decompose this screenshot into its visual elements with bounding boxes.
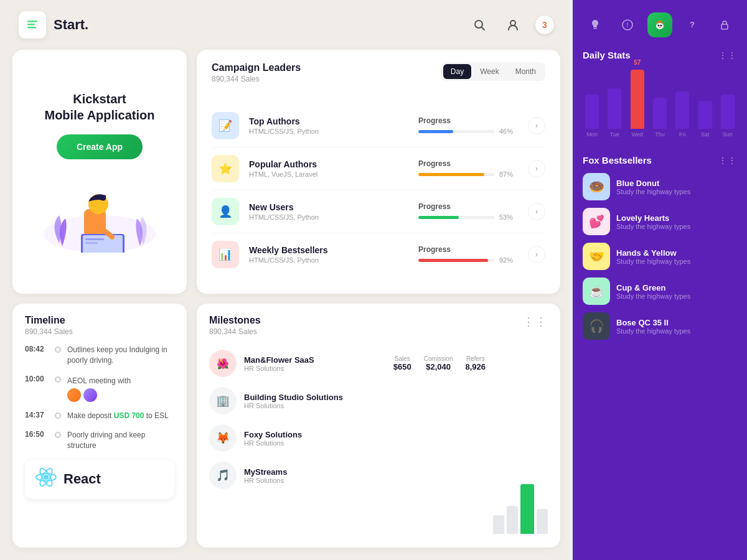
tl-text-2: AEOL meeting with xyxy=(67,376,131,385)
fox-thumb-cup-green: ☕ xyxy=(583,278,610,305)
tl-time-1: 08:42 xyxy=(25,345,49,353)
svg-point-5 xyxy=(510,21,515,26)
fox-info-blue-donut: Blue Donut Study the highway types xyxy=(616,179,690,195)
tl-time-3: 14:37 xyxy=(25,411,49,419)
tl-dot-1 xyxy=(55,347,61,353)
svg-point-25 xyxy=(659,27,661,28)
avatar-2 xyxy=(83,388,97,402)
svg-point-13 xyxy=(44,475,49,480)
new-users-progress: Progress 53% xyxy=(418,202,518,221)
fox-thumb-blue-donut: 🍩 xyxy=(583,173,610,200)
svg-rect-2 xyxy=(27,27,36,29)
daily-stats-menu[interactable]: ⋮⋮ xyxy=(718,50,737,60)
mile-icon-2: 🏢 xyxy=(209,387,237,414)
milestones-card: Milestones 890,344 Sales ⋮⋮ 🌺 Man&Flower… xyxy=(197,304,560,548)
popular-authors-bar xyxy=(418,173,494,176)
milestones-title: Milestones xyxy=(209,315,261,326)
tl-text-4: Poorly driving and keep structure xyxy=(67,430,174,451)
notification-badge[interactable]: 3 xyxy=(535,16,554,34)
kickstart-title: Kickstart Mobile Application xyxy=(44,91,154,123)
react-label: React xyxy=(63,471,101,487)
weekly-bestsellers-arrow[interactable]: › xyxy=(528,246,545,263)
bar-tue: Tue xyxy=(608,88,621,138)
top-authors-icon: 📝 xyxy=(212,112,239,139)
logo-text: Start. xyxy=(54,17,88,33)
react-badge: React xyxy=(25,460,174,499)
fox-bestsellers: Fox Bestsellers ⋮⋮ 🍩 Blue Donut Study th… xyxy=(583,155,737,340)
content-grid: Kickstart Mobile Application Create App xyxy=(0,50,573,560)
top-authors-arrow[interactable]: › xyxy=(528,117,545,134)
kickstart-card: Kickstart Mobile Application Create App xyxy=(12,50,187,294)
svg-line-4 xyxy=(482,27,484,30)
campaign-title: Campaign Leaders xyxy=(212,62,301,73)
panel-icon-lightbulb[interactable] xyxy=(583,12,608,37)
search-icon[interactable] xyxy=(468,14,491,36)
fox-thumb-bose: 🎧 xyxy=(583,312,610,340)
bar-sun: Sun xyxy=(721,95,735,138)
milestone-row-3: 🦊 Foxy Solutions HR Solutions xyxy=(209,419,486,457)
daily-stats-header: Daily Stats ⋮⋮ xyxy=(583,50,737,60)
kickstart-illustration xyxy=(31,172,168,253)
new-users-info: New Users HTML/CSS/JS, Python xyxy=(249,202,408,221)
peak-label: 57 xyxy=(634,59,641,66)
tl-dot-2 xyxy=(55,376,61,383)
popular-authors-arrow[interactable]: › xyxy=(528,160,545,177)
milestones-menu[interactable]: ⋮⋮ xyxy=(523,315,548,329)
svg-rect-11 xyxy=(85,238,104,240)
campaign-subtitle: 890,344 Sales xyxy=(212,75,301,83)
panel-icon-lock[interactable] xyxy=(712,12,737,37)
panel-icon-question[interactable]: ? xyxy=(680,12,705,37)
fox-thumb-hands-yellow: 🤝 xyxy=(583,243,610,270)
tab-day[interactable]: Day xyxy=(443,64,471,79)
mile-bar-1 xyxy=(493,515,504,534)
panel-content: Daily Stats ⋮⋮ Mon Tue 57 Wed xyxy=(573,50,747,560)
create-app-button[interactable]: Create App xyxy=(57,134,143,159)
new-users-name: New Users xyxy=(249,202,408,212)
fox-item-cup-green[interactable]: ☕ Cup & Green Study the highway types xyxy=(583,278,737,305)
top-authors-bar xyxy=(418,130,494,133)
fox-bestsellers-menu[interactable]: ⋮⋮ xyxy=(718,156,737,166)
weekly-bestsellers-info: Weekly Bestsellers HTML/CSS/JS, Python xyxy=(249,245,408,264)
tab-month[interactable]: Month xyxy=(508,64,543,79)
svg-rect-1 xyxy=(27,24,35,26)
bar-fri: Fri xyxy=(675,91,689,138)
mile-icon-4: 🎵 xyxy=(209,462,237,489)
fox-info-bose: Bose QC 35 II Study the highway types xyxy=(616,318,690,335)
svg-point-22 xyxy=(656,23,664,29)
bar-wed: 57 Wed xyxy=(631,59,644,138)
mile-bar-2 xyxy=(507,506,518,534)
tl-dot-3 xyxy=(55,413,61,419)
campaign-card: Campaign Leaders 890,344 Sales Day Week … xyxy=(197,50,560,294)
fox-item-hands-yellow[interactable]: 🤝 Hands & Yellow Study the highway types xyxy=(583,243,737,270)
mile-info-2: Building Studio Solutions HR Solutions xyxy=(244,393,486,409)
tl-text-3: Make deposit USD 700 to ESL xyxy=(67,411,169,421)
popular-authors-icon: ⭐ xyxy=(212,155,239,182)
fox-thumb-lovely-hearts: 💕 xyxy=(583,208,610,235)
new-users-bar xyxy=(418,216,494,219)
timeline-title: Timeline xyxy=(25,315,174,326)
svg-rect-12 xyxy=(85,242,98,244)
bar-mon: Mon xyxy=(585,95,599,138)
header: Start. 3 xyxy=(0,0,573,50)
weekly-bestsellers-icon: 📊 xyxy=(212,241,239,268)
campaign-row-top-authors: 📝 Top Authors HTML/CSS/JS, Python Progre… xyxy=(212,105,545,147)
new-users-arrow[interactable]: › xyxy=(528,203,545,220)
campaign-row-new-users: 👤 New Users HTML/CSS/JS, Python Progress… xyxy=(212,190,545,233)
fox-item-blue-donut[interactable]: 🍩 Blue Donut Study the highway types xyxy=(583,173,737,200)
highlight-amount: USD 700 xyxy=(114,411,144,420)
fox-item-bose[interactable]: 🎧 Bose QC 35 II Study the highway types xyxy=(583,312,737,340)
panel-icon-fox[interactable] xyxy=(647,12,672,37)
user-icon[interactable] xyxy=(502,14,524,36)
panel-icon-alert[interactable]: ! xyxy=(615,12,640,37)
fox-item-lovely-hearts[interactable]: 💕 Lovely Hearts Study the highway types xyxy=(583,208,737,235)
top-authors-tags: HTML/CSS/JS, Python xyxy=(249,128,408,135)
tl-time-4: 16:50 xyxy=(25,430,49,439)
tab-week[interactable]: Week xyxy=(472,64,506,79)
fox-info-lovely-hearts: Lovely Hearts Study the highway types xyxy=(616,213,690,230)
campaign-row-popular-authors: ⭐ Popular Authors HTML, VueJS, Laravel P… xyxy=(212,147,545,190)
svg-point-3 xyxy=(475,21,482,28)
bar-thu: Thu xyxy=(653,98,667,138)
top-authors-info: Top Authors HTML/CSS/JS, Python xyxy=(249,116,408,135)
weekly-bestsellers-tags: HTML/CSS/JS, Python xyxy=(249,256,408,264)
mile-info-1: Man&Flower SaaS HR Solutions xyxy=(244,355,386,372)
